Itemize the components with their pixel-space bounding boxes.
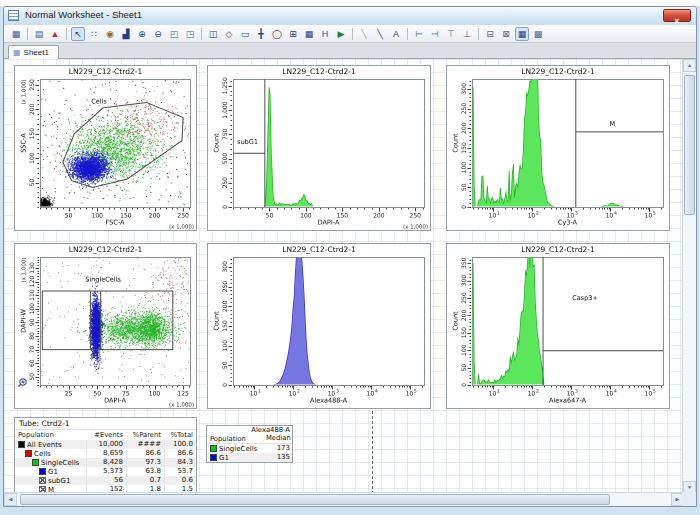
population-color-swatch bbox=[210, 454, 217, 461]
dot-plot-dapi-w-canvas[interactable] bbox=[15, 244, 196, 408]
sheet-icon: ▦ bbox=[13, 49, 21, 57]
parent-percent-value: 86.6 bbox=[126, 449, 164, 458]
dot-plot-tool-icon[interactable]: ∷ bbox=[87, 27, 101, 41]
worksheet-area[interactable]: LN229_C12-Ctrd2-1 LN229_C12-Ctrd2-1 LN22… bbox=[4, 59, 682, 494]
tab-bar: ▦ Sheet1 bbox=[4, 43, 696, 59]
window-titlebar[interactable]: Normal Worksheet - Sheet1 × bbox=[4, 7, 696, 26]
export-pdf-icon[interactable]: ▲ bbox=[48, 27, 62, 41]
pointer-tool-icon[interactable]: ↖ bbox=[71, 27, 85, 41]
parent-percent-value: #### bbox=[126, 440, 164, 449]
line-annotation-icon[interactable]: ╲ bbox=[357, 27, 371, 41]
statistics-view-icon[interactable]: ▦ bbox=[302, 27, 316, 41]
median-row[interactable]: G1135 bbox=[207, 453, 292, 462]
histogram-tool-icon[interactable]: ▟ bbox=[119, 27, 133, 41]
toolbar: ▦▤▲↖∷◉▟⊕⊖◰◳◫◇▭╋◯⊞▦H▶╲╲A⊢⊣⊤⊥⊟⊠▦▩ bbox=[4, 25, 696, 43]
save-icon[interactable]: ▦ bbox=[9, 27, 23, 41]
median-row[interactable]: SingleCells173 bbox=[207, 444, 292, 453]
events-value: 8,428 bbox=[86, 458, 126, 467]
histogram-dapi-canvas[interactable] bbox=[208, 66, 430, 230]
parent-percent-value: 63.8 bbox=[126, 467, 164, 476]
population-name: G1 bbox=[48, 468, 58, 476]
plot-title: LN229_C12-Ctrd2-1 bbox=[447, 245, 669, 254]
statistics-header-row: Population #Events %Parent %Total bbox=[15, 430, 196, 440]
align-left-icon[interactable]: ⊢ bbox=[412, 27, 426, 41]
grid-layout-icon[interactable]: ▦ bbox=[515, 27, 529, 41]
population-name: All Events bbox=[27, 441, 62, 449]
snap-to-grid-icon[interactable]: ▩ bbox=[531, 27, 545, 41]
print-icon[interactable]: ▤ bbox=[32, 27, 46, 41]
total-percent-value: 86.6 bbox=[164, 449, 196, 458]
population-name: SingleCells bbox=[219, 445, 257, 453]
interval-gate-icon[interactable]: ◫ bbox=[206, 27, 220, 41]
histogram-cy3-canvas[interactable] bbox=[447, 66, 669, 230]
dot-plot-fsc-ssc[interactable]: LN229_C12-Ctrd2-1 bbox=[14, 65, 197, 231]
histogram-alexa647-canvas[interactable] bbox=[447, 244, 669, 408]
population-color-swatch bbox=[210, 445, 217, 452]
scroll-left-button[interactable]: ◀ bbox=[4, 493, 17, 506]
expand-view-icon[interactable]: ◰ bbox=[167, 27, 181, 41]
text-annotation-icon[interactable]: A bbox=[389, 27, 403, 41]
window-title: Normal Worksheet - Sheet1 bbox=[25, 9, 142, 20]
population-row[interactable]: Cells8,65986.686.6 bbox=[15, 449, 196, 458]
histogram-alexa488-canvas[interactable] bbox=[208, 244, 430, 408]
dot-plot-dapi-w[interactable]: LN229_C12-Ctrd2-1 bbox=[14, 243, 197, 409]
median-value: 173 bbox=[266, 444, 292, 453]
plot-title: LN229_C12-Ctrd2-1 bbox=[208, 67, 430, 76]
population-row[interactable]: subG1560.70.6 bbox=[15, 476, 196, 485]
population-name: SingleCells bbox=[41, 459, 79, 467]
median-stat-channel: Alexa488-A bbox=[207, 426, 292, 434]
tube-label: Tube: Ctrd2-1 bbox=[15, 418, 196, 430]
population-color-swatch bbox=[18, 441, 25, 448]
vertical-scrollbar[interactable]: ▲ ▼ bbox=[682, 59, 696, 494]
statistics-view[interactable]: Tube: Ctrd2-1 Population #Events %Parent… bbox=[14, 417, 197, 504]
histogram-dapi[interactable]: LN229_C12-Ctrd2-1 bbox=[207, 65, 431, 231]
vertical-scroll-thumb[interactable] bbox=[684, 75, 695, 215]
median-header-row: Population Median bbox=[207, 434, 292, 444]
match-size-icon[interactable]: ⊟ bbox=[483, 27, 497, 41]
ellipse-gate-icon[interactable]: ◯ bbox=[270, 27, 284, 41]
parent-percent-value: 97.3 bbox=[126, 458, 164, 467]
polygon-gate-icon[interactable]: ◇ bbox=[222, 27, 236, 41]
histogram-alexa647[interactable]: LN229_C12-Ctrd2-1 bbox=[446, 243, 670, 409]
arrow-annotation-icon[interactable]: ╲ bbox=[373, 27, 387, 41]
page-break-line bbox=[372, 411, 373, 494]
tab-sheet1[interactable]: ▦ Sheet1 bbox=[8, 45, 59, 59]
median-statistics-view[interactable]: Alexa488-A Population Median SingleCells… bbox=[206, 425, 293, 463]
plot-title: LN229_C12-Ctrd2-1 bbox=[15, 245, 196, 254]
toolbar-separator bbox=[478, 28, 479, 40]
quadrant-gate-icon[interactable]: ╋ bbox=[254, 27, 268, 41]
population-hierarchy-icon[interactable]: ⊞ bbox=[286, 27, 300, 41]
align-right-icon[interactable]: ⊣ bbox=[428, 27, 442, 41]
histogram-overlay-icon[interactable]: H bbox=[318, 27, 332, 41]
population-row[interactable]: All Events10,000####100.0 bbox=[15, 440, 196, 449]
toolbar-separator bbox=[201, 28, 202, 40]
population-row[interactable]: G15,37363.853.7 bbox=[15, 467, 196, 476]
zoom-in-icon[interactable]: ⊕ bbox=[135, 27, 149, 41]
zoom-out-icon[interactable]: ⊖ bbox=[151, 27, 165, 41]
horizontal-scroll-thumb[interactable] bbox=[20, 494, 610, 505]
restore-view-icon[interactable]: ◳ bbox=[183, 27, 197, 41]
population-color-swatch bbox=[39, 477, 46, 484]
plot-title: LN229_C12-Ctrd2-1 bbox=[15, 67, 196, 76]
align-bottom-icon[interactable]: ⊥ bbox=[460, 27, 474, 41]
dot-plot-fsc-ssc-canvas[interactable] bbox=[15, 66, 196, 230]
histogram-cy3[interactable]: LN229_C12-Ctrd2-1 bbox=[446, 65, 670, 231]
total-percent-value: 100.0 bbox=[164, 440, 196, 449]
population-row[interactable]: SingleCells8,42897.384.3 bbox=[15, 458, 196, 467]
distribute-icon[interactable]: ⊠ bbox=[499, 27, 513, 41]
worksheet-window: Normal Worksheet - Sheet1 × ▦▤▲↖∷◉▟⊕⊖◰◳◫… bbox=[3, 6, 697, 507]
desktop-background: Normal Worksheet - Sheet1 × ▦▤▲↖∷◉▟⊕⊖◰◳◫… bbox=[0, 0, 700, 515]
population-name: subG1 bbox=[48, 477, 70, 485]
population-color-swatch bbox=[39, 468, 46, 475]
population-color-swatch bbox=[32, 459, 39, 466]
histogram-alexa488[interactable]: LN229_C12-Ctrd2-1 bbox=[207, 243, 431, 409]
rectangle-gate-icon[interactable]: ▭ bbox=[238, 27, 252, 41]
contour-plot-tool-icon[interactable]: ◉ bbox=[103, 27, 117, 41]
toolbar-separator bbox=[407, 28, 408, 40]
batch-analysis-icon[interactable]: ▶ bbox=[334, 27, 348, 41]
align-top-icon[interactable]: ⊤ bbox=[444, 27, 458, 41]
scroll-up-button[interactable]: ▲ bbox=[683, 59, 696, 72]
close-button[interactable]: × bbox=[663, 9, 691, 22]
horizontal-scrollbar[interactable]: ◀ ▶ bbox=[4, 492, 684, 506]
toolbar-separator bbox=[27, 28, 28, 40]
